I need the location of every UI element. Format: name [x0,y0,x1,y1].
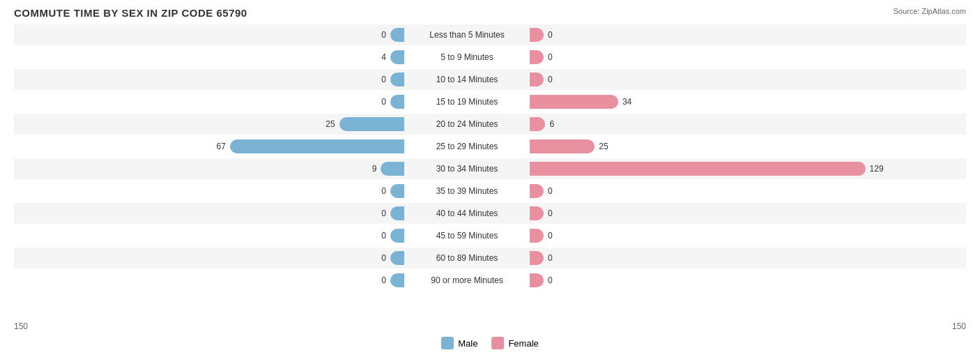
female-value: 0 [548,253,569,263]
male-value: 0 [365,275,386,285]
bar-row: 0 15 to 19 Minutes 34 [14,92,966,112]
female-bar [530,273,544,287]
right-section: 6 [530,114,920,134]
chart-row: 0 40 to 44 Minutes 0 [14,203,966,224]
center-label: 30 to 34 Minutes [404,164,530,174]
male-bar-container: 0 [14,95,404,109]
chart-row: 0 15 to 19 Minutes 34 [14,91,966,112]
center-label: 45 to 59 Minutes [404,231,530,241]
female-bar [530,184,544,198]
right-section: 0 [530,181,920,201]
chart-row: 0 45 to 59 Minutes 0 [14,225,966,246]
left-section: 0 [14,181,404,201]
female-bar-container: 0 [530,229,920,243]
male-bar [390,273,404,287]
chart-row: 0 10 to 14 Minutes 0 [14,69,966,90]
chart-row: 0 60 to 89 Minutes 0 [14,248,966,268]
female-bar-container: 0 [530,28,920,42]
left-section: 0 [14,204,404,223]
bar-row: 0 40 to 44 Minutes 0 [14,204,966,223]
male-bar-container: 67 [14,139,404,153]
female-bar [530,50,544,64]
right-section: 0 [530,25,920,45]
male-value: 0 [365,231,386,241]
right-section: 0 [530,47,920,67]
center-label: 15 to 19 Minutes [404,97,530,107]
female-bar [530,162,866,176]
female-bar-container: 0 [530,184,920,198]
female-value: 0 [548,275,569,285]
female-bar [530,95,618,109]
center-label: 25 to 29 Minutes [404,142,530,151]
right-section: 0 [530,271,920,290]
female-bar-container: 0 [530,273,920,287]
male-bar-container: 0 [14,184,404,198]
bar-row: 25 20 to 24 Minutes 6 [14,114,966,134]
male-legend-label: Male [458,338,477,349]
right-section: 0 [530,204,920,223]
left-section: 0 [14,92,404,112]
female-bar-container: 6 [530,117,920,131]
left-section: 25 [14,114,404,134]
chart-row: 4 5 to 9 Minutes 0 [14,47,966,68]
female-value: 25 [599,142,620,151]
female-legend-box [491,337,504,349]
center-label: 5 to 9 Minutes [404,52,530,62]
female-bar [530,139,595,153]
chart-container: COMMUTE TIME BY SEX IN ZIP CODE 65790 So… [0,0,980,364]
legend-male: Male [441,337,477,349]
center-label: Less than 5 Minutes [404,30,530,40]
male-bar-container: 25 [14,117,404,131]
female-bar [530,28,544,42]
male-value: 9 [355,164,376,174]
chart-title: COMMUTE TIME BY SEX IN ZIP CODE 65790 [14,7,966,19]
axis-right: 150 [952,321,966,331]
male-bar-container: 0 [14,73,404,86]
male-bar-container: 0 [14,206,404,220]
male-bar-container: 0 [14,229,404,243]
male-bar [390,95,404,109]
male-bar-container: 0 [14,273,404,287]
bar-row: 9 30 to 34 Minutes 129 [14,159,966,179]
left-section: 0 [14,226,404,245]
female-legend-label: Female [508,338,538,349]
right-section: 34 [530,92,920,112]
male-value: 4 [365,52,386,62]
male-bar [390,28,404,42]
male-bar-container: 0 [14,28,404,42]
center-label: 40 to 44 Minutes [404,208,530,218]
female-value: 6 [549,119,570,129]
center-label: 35 to 39 Minutes [404,186,530,196]
male-bar [390,50,404,64]
chart-area: 0 Less than 5 Minutes 0 4 5 to 9 Minutes [14,24,966,317]
right-section: 0 [530,248,920,268]
male-bar [381,162,404,176]
bar-row: 67 25 to 29 Minutes 25 [14,137,966,156]
male-bar-container: 4 [14,50,404,64]
bar-row: 0 10 to 14 Minutes 0 [14,70,966,89]
legend: Male Female [14,337,966,349]
female-value: 0 [548,231,569,241]
bar-row: 0 45 to 59 Minutes 0 [14,226,966,245]
female-value: 34 [622,97,643,107]
left-section: 4 [14,47,404,67]
right-section: 0 [530,70,920,89]
female-bar-container: 0 [530,251,920,265]
chart-row: 9 30 to 34 Minutes 129 [14,158,966,179]
source-label: Source: ZipAtlas.com [893,7,966,15]
center-label: 90 or more Minutes [404,275,530,285]
male-bar [390,229,404,243]
female-value: 0 [548,30,569,40]
female-value: 129 [870,164,891,174]
female-bar [530,73,544,86]
male-bar [390,184,404,198]
female-bar-container: 0 [530,73,920,86]
chart-row: 25 20 to 24 Minutes 6 [14,114,966,135]
right-section: 0 [530,226,920,245]
left-section: 9 [14,159,404,179]
male-value: 0 [365,97,386,107]
legend-female: Female [491,337,538,349]
male-bar-container: 0 [14,251,404,265]
chart-row: 0 35 to 39 Minutes 0 [14,181,966,202]
female-value: 0 [548,208,569,218]
